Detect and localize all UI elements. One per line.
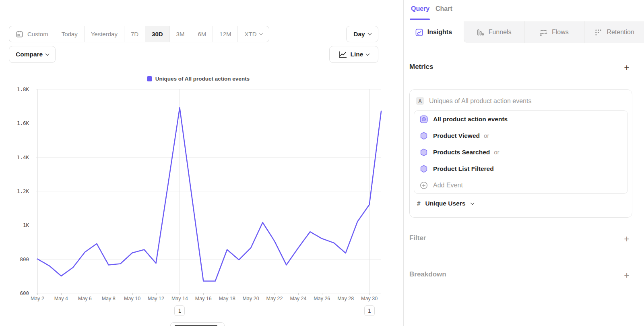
range-3m-button[interactable]: 3M (169, 26, 191, 42)
y-axis-tick-label: 1.2K (10, 188, 29, 194)
add-metric-button[interactable]: + (621, 62, 632, 73)
metric-formula-row[interactable]: A Uniques of All product action events (410, 90, 632, 110)
event-operator: or (494, 149, 499, 156)
event-row-product-viewed[interactable]: Product Viewed or (414, 127, 627, 144)
flows-waves-icon (540, 29, 547, 36)
range-yesterday-button[interactable]: Yesterday (84, 26, 124, 42)
x-axis-tick-label: May 6 (78, 296, 92, 301)
tab-flows[interactable]: Flows (524, 21, 584, 43)
tab-funnels[interactable]: Funnels (464, 21, 524, 43)
x-axis-tick-label: May 20 (243, 296, 259, 301)
add-breakdown-button[interactable]: + (621, 270, 632, 280)
compare-dropdown[interactable]: Compare (9, 46, 56, 63)
event-operator: or (484, 132, 489, 139)
event-row-products-searched[interactable]: Products Searched or (414, 144, 627, 160)
range-label: Yesterday (91, 31, 118, 37)
x-axis-tick-label: May 2 (31, 296, 44, 301)
date-range-segmented-control: Custom Today Yesterday 7D 30D 3M 6M 12M … (9, 26, 269, 42)
funnels-bars-icon (477, 29, 484, 36)
chevron-down-icon (259, 31, 263, 35)
range-label: 7D (131, 31, 138, 37)
measurement-label: Unique Users (425, 200, 465, 207)
legend-swatch (147, 76, 152, 81)
insights-chart-icon (415, 29, 423, 36)
view-tab-label: Insights (427, 29, 452, 36)
x-axis-tick-label: May 16 (195, 296, 212, 301)
x-axis-tick-label: May 12 (148, 296, 164, 301)
interval-label: Day (353, 31, 365, 38)
event-list: All product action events Product Viewed… (414, 110, 628, 194)
range-label: XTD (244, 31, 256, 37)
legend-label: Uniques of All product action events (155, 76, 250, 82)
breakdown-section-title: Breakdown (409, 270, 446, 278)
y-axis-tick-label: 1.8K (10, 86, 29, 92)
range-label: Custom (27, 31, 48, 37)
x-axis-tick-label: May 8 (102, 296, 116, 301)
custom-event-icon (420, 115, 428, 123)
chevron-down-icon (471, 201, 475, 205)
add-filter-button[interactable]: + (621, 234, 632, 244)
compare-label: Compare (16, 51, 43, 58)
view-tab-label: Retention (607, 29, 634, 36)
event-label: Products Searched (433, 149, 490, 156)
chart-pane: Custom Today Yesterday 7D 30D 3M 6M 12M … (0, 0, 403, 326)
range-30d-button[interactable]: 30D (145, 26, 169, 42)
metric-card: A Uniques of All product action events A… (409, 89, 632, 218)
filter-section-title: Filter (409, 234, 426, 242)
query-panel: Query Chart Insights Fun (403, 0, 644, 326)
measurement-dropdown[interactable]: # Unique Users (410, 194, 632, 213)
range-custom-button[interactable]: Custom (9, 26, 55, 42)
add-event-label: Add Event (433, 182, 463, 189)
x-axis-tick-label: May 28 (337, 296, 354, 301)
chart-type-dropdown[interactable]: Line (329, 46, 378, 63)
range-label: Today (62, 31, 78, 37)
x-axis-tick-label: May 26 (314, 296, 330, 301)
event-row-all-product-action-events[interactable]: All product action events (414, 111, 627, 127)
tab-chart[interactable]: Chart (436, 5, 452, 12)
interval-dropdown[interactable]: Day (346, 26, 378, 42)
y-axis-tick-label: 1.6K (10, 120, 29, 126)
event-label: All product action events (433, 116, 508, 123)
x-axis-tick-label: May 30 (361, 296, 378, 301)
event-hexagon-icon (420, 148, 428, 156)
range-label: 3M (176, 31, 185, 37)
retention-dots-icon (594, 29, 602, 36)
range-6m-button[interactable]: 6M (191, 26, 213, 42)
report-type-tabs: Insights Funnels Flows (404, 21, 644, 43)
add-event-button[interactable]: Add Event (414, 177, 627, 193)
range-12m-button[interactable]: 12M (213, 26, 237, 42)
tab-retention[interactable]: Retention (584, 21, 644, 43)
range-label: 6M (198, 31, 206, 37)
chevron-down-icon (45, 52, 50, 56)
chart-type-label: Line (351, 51, 363, 58)
range-xtd-dropdown[interactable]: XTD (237, 26, 269, 42)
tab-insights[interactable]: Insights (404, 21, 464, 43)
series-line (37, 108, 381, 281)
chevron-down-icon (367, 31, 372, 35)
active-tab-underline (410, 19, 430, 20)
line-chart-icon (339, 51, 347, 58)
y-axis-tick-label: 600 (10, 290, 29, 296)
x-axis-tick-label: May 14 (171, 296, 188, 301)
x-axis-tick-label: May 4 (54, 296, 68, 301)
event-label: Product List Filtered (433, 165, 494, 172)
x-axis-tick-label: May 24 (290, 296, 306, 301)
annotation-badge[interactable]: 1 (364, 305, 375, 316)
event-row-product-list-filtered[interactable]: Product List Filtered (414, 160, 627, 177)
calendar-icon (16, 30, 23, 38)
metrics-section-title: Metrics (409, 63, 433, 71)
hash-icon: # (417, 200, 420, 207)
chevron-down-icon (366, 52, 370, 56)
y-axis-tick-label: 1K (10, 222, 29, 228)
plus-circle-icon (420, 181, 428, 189)
scrubber-partial[interactable] (170, 322, 225, 326)
range-7d-button[interactable]: 7D (124, 26, 145, 42)
tab-query[interactable]: Query (411, 5, 429, 12)
range-today-button[interactable]: Today (55, 26, 84, 42)
annotation-badge[interactable]: 1 (174, 305, 185, 316)
event-hexagon-icon (420, 132, 428, 140)
metric-formula-text: Uniques of All product action events (429, 98, 531, 105)
y-axis-tick-label: 1.4K (10, 154, 29, 160)
metric-letter-badge: A (416, 97, 424, 105)
event-hexagon-icon (420, 165, 428, 173)
